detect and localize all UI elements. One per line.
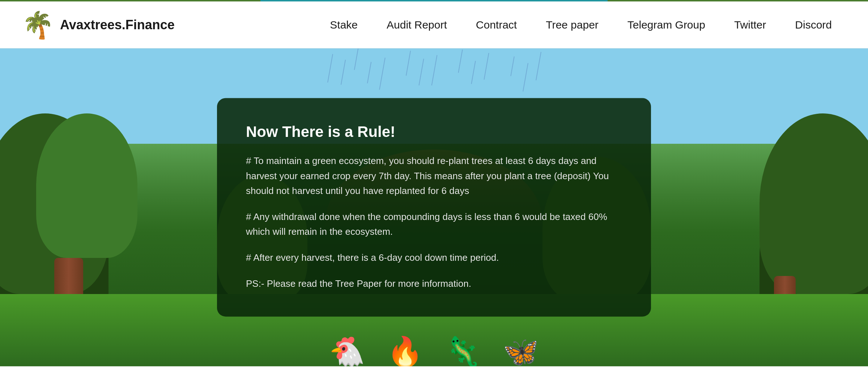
nav-contract[interactable]: Contract — [461, 19, 531, 31]
animal-creature: 🦎 — [445, 337, 481, 366]
card-title: Now There is a Rule! — [246, 123, 622, 141]
logo-link[interactable]: 🌴 Avaxtrees.Finance — [22, 12, 175, 38]
nav-stake[interactable]: Stake — [315, 19, 372, 31]
card-paragraph-4: PS:- Please read the Tree Paper for more… — [246, 276, 622, 292]
nav-audit-report[interactable]: Audit Report — [372, 19, 461, 31]
nav-discord[interactable]: Discord — [780, 19, 846, 31]
nav-tree-paper[interactable]: Tree paper — [531, 19, 613, 31]
nav-twitter[interactable]: Twitter — [720, 19, 780, 31]
card-paragraph-1: # To maintain a green ecosystem, you sho… — [246, 154, 622, 199]
main-nav: Stake Audit Report Contract Tree paper T… — [315, 19, 846, 31]
nav-telegram-group[interactable]: Telegram Group — [613, 19, 720, 31]
animal-chicken: 🐔 — [329, 337, 365, 366]
logo-text: Avaxtrees.Finance — [60, 17, 175, 33]
animal-fire: 🔥 — [387, 337, 423, 366]
animal-blue: 🦋 — [503, 337, 539, 366]
logo-icon: 🌴 — [22, 12, 54, 38]
card-paragraph-3: # After every harvest, there is a 6-day … — [246, 250, 622, 265]
hero-section: 🐔 🔥 🦎 🦋 Now There is a Rule! # To mainta… — [0, 48, 868, 366]
card-paragraph-2: # Any withdrawal done when the compoundi… — [246, 210, 622, 239]
info-card: Now There is a Rule! # To maintain a gre… — [217, 98, 651, 316]
header: 🌴 Avaxtrees.Finance Stake Audit Report C… — [0, 1, 868, 48]
tree-left-2 — [36, 113, 137, 258]
